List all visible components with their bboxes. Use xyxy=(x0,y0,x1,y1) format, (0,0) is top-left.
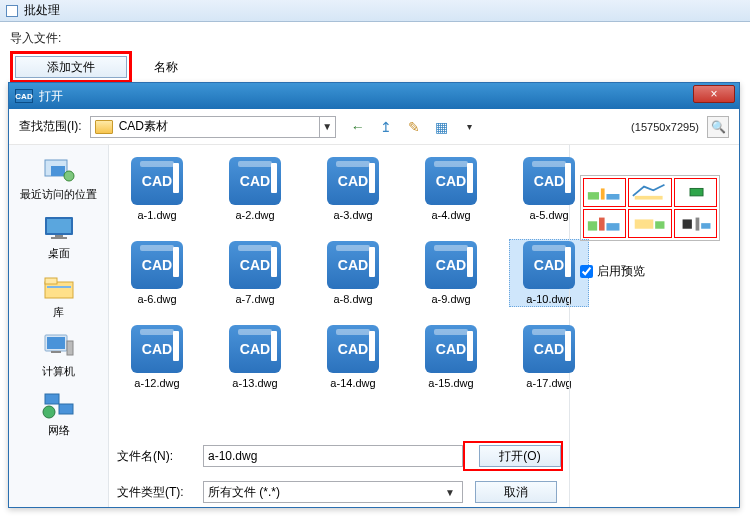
file-name-label: a-8.dwg xyxy=(333,293,372,305)
up-icon[interactable]: ↥ xyxy=(376,117,396,137)
batch-title-text: 批处理 xyxy=(24,2,60,19)
file-name-label: a-17.dwg xyxy=(526,377,571,389)
new-folder-icon[interactable]: ✎ xyxy=(404,117,424,137)
chevron-down-icon: ▼ xyxy=(442,487,458,498)
file-item[interactable]: CADa-4.dwg xyxy=(411,155,491,223)
dimensions-text: (15750x7295) xyxy=(631,121,699,133)
svg-rect-22 xyxy=(588,222,597,231)
sidebar-item-network[interactable]: 网络 xyxy=(19,389,99,438)
cad-file-icon: CAD xyxy=(327,157,379,205)
desktop-icon xyxy=(39,212,79,244)
cad-file-icon: CAD xyxy=(327,241,379,289)
file-item[interactable]: CADa-1.dwg xyxy=(117,155,197,223)
preview-thumbnail xyxy=(580,175,720,241)
computer-icon xyxy=(39,330,79,362)
file-area: CADa-1.dwgCADa-2.dwgCADa-3.dwgCADa-4.dwg… xyxy=(109,145,569,507)
add-file-button[interactable]: 添加文件 xyxy=(15,56,127,78)
filetype-label: 文件类型(T): xyxy=(117,484,203,501)
search-icon: 🔍 xyxy=(711,120,726,134)
cad-file-icon: CAD xyxy=(425,241,477,289)
folder-icon xyxy=(95,120,113,134)
sidebar-item-recent[interactable]: 最近访问的位置 xyxy=(19,153,99,202)
cancel-button[interactable]: 取消 xyxy=(475,481,557,503)
svg-rect-6 xyxy=(51,237,67,239)
file-item[interactable]: CADa-15.dwg xyxy=(411,323,491,391)
file-name-label: a-14.dwg xyxy=(330,377,375,389)
svg-rect-4 xyxy=(47,219,71,233)
preview-panel: 启用预览 xyxy=(569,145,739,507)
file-item[interactable]: CADa-13.dwg xyxy=(215,323,295,391)
sidebar-item-desktop[interactable]: 桌面 xyxy=(19,212,99,261)
sidebar-item-label: 计算机 xyxy=(42,364,75,379)
preview-check-row[interactable]: 启用预览 xyxy=(580,263,729,280)
file-item[interactable]: CADa-7.dwg xyxy=(215,239,295,307)
folder-dropdown-icon[interactable]: ▼ xyxy=(319,117,335,137)
file-name-label: a-12.dwg xyxy=(134,377,179,389)
open-button[interactable]: 打开(O) xyxy=(479,445,561,467)
svg-rect-12 xyxy=(67,341,73,355)
open-dialog: CAD 打开 × 查找范围(I): CAD素材 ▼ ← ↥ ✎ ▦ ▾ (157… xyxy=(8,82,740,508)
add-file-highlight: 添加文件 xyxy=(10,51,132,83)
file-item[interactable]: CADa-3.dwg xyxy=(313,155,393,223)
view-icon[interactable]: ▦ xyxy=(432,117,452,137)
close-button[interactable]: × xyxy=(693,85,735,103)
file-name-label: a-6.dwg xyxy=(137,293,176,305)
svg-rect-5 xyxy=(55,235,63,237)
cad-file-icon: CAD xyxy=(131,241,183,289)
libraries-icon xyxy=(39,271,79,303)
preview-checkbox[interactable] xyxy=(580,265,593,278)
filetype-combobox[interactable]: 所有文件 (*.*) ▼ xyxy=(203,481,463,503)
file-item[interactable]: CADa-12.dwg xyxy=(117,323,197,391)
cad-file-icon: CAD xyxy=(523,325,575,373)
cad-file-icon: CAD xyxy=(131,157,183,205)
cad-file-icon: CAD xyxy=(327,325,379,373)
svg-rect-9 xyxy=(47,286,71,288)
scope-label: 查找范围(I): xyxy=(19,118,82,135)
cad-file-icon: CAD xyxy=(131,325,183,373)
svg-rect-17 xyxy=(588,192,599,199)
cad-file-icon: CAD xyxy=(523,157,575,205)
column-name-header: 名称 xyxy=(154,59,178,76)
sidebar-item-libraries[interactable]: 库 xyxy=(19,271,99,320)
svg-point-16 xyxy=(43,406,55,418)
file-item[interactable]: CADa-2.dwg xyxy=(215,155,295,223)
file-name-label: a-15.dwg xyxy=(428,377,473,389)
file-name-label: a-9.dwg xyxy=(431,293,470,305)
recent-places-icon xyxy=(39,153,79,185)
file-item[interactable]: CADa-14.dwg xyxy=(313,323,393,391)
svg-rect-29 xyxy=(701,223,710,229)
file-name-label: a-10.dwg xyxy=(526,293,571,305)
open-button-highlight: 打开(O) xyxy=(463,441,563,471)
sidebar-item-computer[interactable]: 计算机 xyxy=(19,330,99,379)
svg-rect-20 xyxy=(635,196,663,200)
file-name-label: a-13.dwg xyxy=(232,377,277,389)
file-name-label: a-2.dwg xyxy=(235,209,274,221)
svg-rect-13 xyxy=(51,351,61,353)
view-dropdown-icon[interactable]: ▾ xyxy=(460,117,480,137)
file-item[interactable]: CADa-8.dwg xyxy=(313,239,393,307)
dialog-titlebar: CAD 打开 × xyxy=(9,83,739,109)
svg-rect-24 xyxy=(607,223,620,230)
sidebar-item-label: 网络 xyxy=(48,423,70,438)
cad-file-icon: CAD xyxy=(523,241,575,289)
file-item[interactable]: CADa-9.dwg xyxy=(411,239,491,307)
cad-file-icon: CAD xyxy=(425,325,477,373)
back-icon[interactable]: ← xyxy=(348,117,368,137)
file-name-label: a-4.dwg xyxy=(431,209,470,221)
dialog-toolbar: 查找范围(I): CAD素材 ▼ ← ↥ ✎ ▦ ▾ (15750x7295) … xyxy=(9,109,739,145)
file-item[interactable]: CADa-6.dwg xyxy=(117,239,197,307)
filename-input[interactable] xyxy=(203,445,463,467)
svg-rect-23 xyxy=(599,218,605,231)
svg-rect-28 xyxy=(695,218,699,231)
network-icon xyxy=(39,389,79,421)
svg-point-2 xyxy=(64,171,74,181)
svg-rect-8 xyxy=(45,278,57,284)
cad-file-icon: CAD xyxy=(229,157,281,205)
svg-rect-19 xyxy=(607,194,620,200)
file-name-label: a-5.dwg xyxy=(529,209,568,221)
filename-label: 文件名(N): xyxy=(117,448,203,465)
svg-rect-1 xyxy=(51,166,65,176)
folder-combobox[interactable]: CAD素材 ▼ xyxy=(90,116,336,138)
svg-rect-27 xyxy=(682,220,691,229)
magnify-button[interactable]: 🔍 xyxy=(707,116,729,138)
